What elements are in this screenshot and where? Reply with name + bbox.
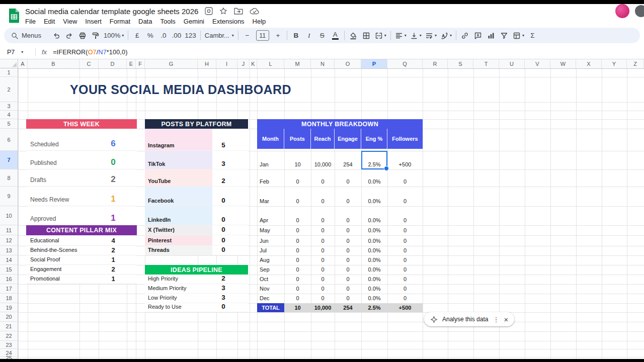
- undo-button[interactable]: [50, 29, 62, 42]
- monthly-cell[interactable]: 0: [387, 225, 423, 235]
- monthly-cell[interactable]: 0: [311, 255, 335, 265]
- monthly-cell[interactable]: 0.0%: [361, 169, 387, 187]
- column-header-C[interactable]: C: [79, 59, 99, 68]
- column-header-V[interactable]: V: [525, 59, 550, 68]
- monthly-total-cell[interactable]: 10,000: [311, 303, 335, 312]
- monthly-cell[interactable]: 0: [284, 294, 311, 303]
- monthly-column-header[interactable]: Reach: [311, 129, 335, 149]
- insert-comment-button[interactable]: [472, 29, 485, 42]
- monthly-cell[interactable]: 0: [311, 206, 335, 225]
- monthly-cell[interactable]: 0: [335, 225, 361, 235]
- name-box[interactable]: P7 ▾: [0, 49, 33, 56]
- menu-data[interactable]: Data: [135, 17, 155, 26]
- platform-row[interactable]: LinkedIn0: [145, 206, 248, 225]
- monthly-cell[interactable]: 0: [335, 275, 361, 284]
- monthly-cell[interactable]: 0: [387, 246, 423, 255]
- row-header-9[interactable]: 9: [0, 187, 18, 206]
- monthly-cell[interactable]: 0: [284, 265, 311, 275]
- monthly-cell[interactable]: 0: [335, 169, 361, 187]
- monthly-cell[interactable]: Sep: [257, 265, 284, 275]
- create-filter-button[interactable]: [498, 29, 511, 42]
- monthly-cell[interactable]: 0.0%: [361, 265, 387, 275]
- monthly-cell[interactable]: 0: [311, 284, 335, 294]
- platform-row[interactable]: X (Twitter)0: [145, 225, 248, 235]
- monthly-cell[interactable]: 0: [387, 255, 423, 265]
- column-header-N[interactable]: N: [311, 59, 335, 68]
- merge-cells-button[interactable]: ▾: [373, 29, 388, 42]
- monthly-cell[interactable]: 0: [335, 187, 361, 206]
- yellow-badge-icon[interactable]: [205, 7, 213, 15]
- vertical-align-button[interactable]: ▾: [409, 29, 423, 42]
- monthly-column-header[interactable]: Posts: [284, 129, 311, 149]
- monthly-cell[interactable]: Jan: [257, 151, 284, 169]
- column-header-R[interactable]: R: [423, 59, 448, 68]
- column-header-P[interactable]: P: [361, 59, 387, 68]
- this-week-header[interactable]: THIS WEEK: [26, 119, 137, 129]
- row-header-20[interactable]: 20: [0, 312, 18, 322]
- strikethrough-button[interactable]: S: [316, 29, 329, 42]
- column-header-T[interactable]: T: [473, 59, 499, 68]
- monthly-cell[interactable]: 0: [284, 275, 311, 284]
- monthly-cell[interactable]: 0: [311, 294, 335, 303]
- table-views-button[interactable]: ▾: [511, 29, 526, 42]
- monthly-cell[interactable]: 0: [284, 187, 311, 206]
- analyse-data-chip[interactable]: Analyse this data ⋮ ×: [424, 312, 514, 326]
- monthly-cell[interactable]: 10: [284, 151, 311, 169]
- this-week-row[interactable]: Drafts2: [26, 169, 137, 187]
- monthly-cell[interactable]: 0: [335, 246, 361, 255]
- currency-format-button[interactable]: £: [131, 29, 143, 42]
- menu-file[interactable]: File: [22, 17, 39, 26]
- row-header-1[interactable]: 1: [0, 68, 18, 77]
- monthly-cell[interactable]: 0.0%: [361, 284, 387, 294]
- monthly-cell[interactable]: 0: [335, 265, 361, 275]
- functions-button[interactable]: Σ: [526, 29, 539, 42]
- monthly-cell[interactable]: 0.0%: [361, 294, 387, 303]
- column-header-E[interactable]: E: [127, 59, 136, 68]
- monthly-cell[interactable]: Mar: [257, 187, 284, 206]
- menu-insert[interactable]: Insert: [82, 17, 105, 26]
- menu-format[interactable]: Format: [106, 17, 134, 26]
- font-select[interactable]: Cambr... ▾: [203, 29, 235, 42]
- ideas-pipeline-header[interactable]: IDEAS PIPELINE: [145, 265, 248, 275]
- monthly-cell[interactable]: 0: [284, 284, 311, 294]
- text-wrap-button[interactable]: ▾: [424, 29, 438, 42]
- fill-handle[interactable]: [384, 166, 389, 171]
- pillar-mix-row[interactable]: Social Proof1: [26, 255, 137, 265]
- monthly-cell[interactable]: 0: [284, 225, 311, 235]
- print-button[interactable]: [76, 29, 89, 42]
- row-header-22[interactable]: 22: [0, 331, 18, 341]
- monthly-cell[interactable]: Apr: [257, 206, 284, 225]
- column-header-X[interactable]: X: [576, 59, 602, 68]
- platform-row[interactable]: Facebook0: [145, 187, 248, 206]
- monthly-cell[interactable]: Aug: [257, 255, 284, 265]
- font-size-input[interactable]: 11: [256, 30, 269, 41]
- platform-row[interactable]: YouTube2: [145, 169, 248, 187]
- monthly-cell[interactable]: 0: [387, 169, 423, 187]
- text-rotation-button[interactable]: ▾: [439, 29, 453, 42]
- monthly-cell[interactable]: Nov: [257, 284, 284, 294]
- monthly-cell[interactable]: 0: [311, 246, 335, 255]
- monthly-cell[interactable]: 0: [387, 206, 423, 225]
- document-title[interactable]: Social media calendar template google sh…: [25, 7, 198, 16]
- monthly-cell[interactable]: 0: [284, 206, 311, 225]
- menu-tools[interactable]: Tools: [156, 17, 179, 26]
- monthly-cell[interactable]: 0: [311, 235, 335, 246]
- row-header-13[interactable]: 13: [0, 246, 18, 255]
- monthly-total-cell[interactable]: TOTAL: [257, 303, 284, 312]
- select-all-corner[interactable]: [0, 59, 18, 68]
- monthly-cell[interactable]: 0: [335, 206, 361, 225]
- pipeline-row[interactable]: Medium Priority3: [145, 284, 248, 294]
- star-icon[interactable]: [219, 7, 227, 15]
- decrease-font-size-button[interactable]: −: [241, 29, 254, 42]
- monthly-total-cell[interactable]: 254: [335, 303, 361, 312]
- pillar-mix-row[interactable]: Promotional1: [26, 275, 137, 284]
- pillar-mix-row[interactable]: Educational4: [26, 235, 137, 246]
- pipeline-row[interactable]: Low Priority3: [145, 294, 248, 303]
- monthly-cell[interactable]: 0: [335, 284, 361, 294]
- close-icon[interactable]: ×: [504, 315, 508, 324]
- menu-view[interactable]: View: [59, 17, 80, 26]
- column-header-L[interactable]: L: [257, 59, 284, 68]
- menus-search[interactable]: Menus: [9, 32, 43, 39]
- monthly-cell[interactable]: 0.0%: [361, 225, 387, 235]
- row-header-23[interactable]: 23: [0, 341, 18, 349]
